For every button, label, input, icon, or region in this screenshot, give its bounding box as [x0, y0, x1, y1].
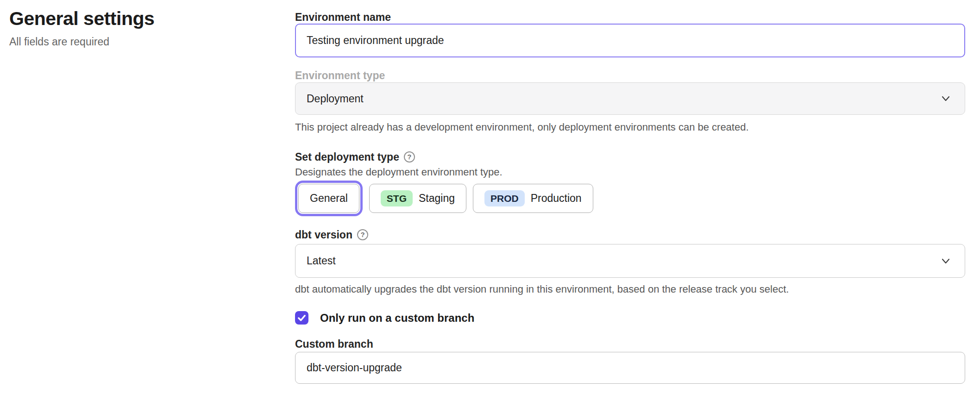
environment-type-select: Deployment [295, 82, 965, 115]
dbt-version-helper: dbt automatically upgrades the dbt versi… [295, 283, 789, 295]
deployment-type-label: Set deployment type [295, 151, 399, 163]
dbt-version-value: Latest [307, 255, 336, 267]
page-subtitle: All fields are required [9, 35, 269, 48]
chevron-down-icon [941, 94, 951, 104]
staging-badge: STG [381, 190, 413, 206]
production-badge: PROD [484, 190, 525, 206]
custom-branch-checkbox[interactable] [295, 311, 308, 325]
dbt-version-select[interactable]: Latest [295, 244, 965, 278]
custom-branch-label: Custom branch [295, 338, 373, 350]
dbt-version-label: dbt version [295, 229, 352, 241]
page-title: General settings [9, 7, 269, 30]
environment-settings-form: Environment name Environment type Deploy… [295, 0, 965, 400]
deployment-type-options: General STG Staging PROD Production [295, 184, 593, 213]
deployment-type-option-general[interactable]: General [298, 184, 359, 213]
settings-header: General settings All fields are required [9, 7, 269, 48]
custom-branch-toggle-row[interactable]: Only run on a custom branch [295, 311, 474, 325]
environment-name-label: Environment name [295, 11, 391, 23]
environment-type-helper: This project already has a development e… [295, 121, 749, 133]
staging-option-label: Staging [419, 192, 455, 205]
checkmark-icon [296, 312, 307, 323]
custom-branch-toggle-label[interactable]: Only run on a custom branch [320, 312, 474, 325]
help-icon[interactable]: ? [357, 229, 368, 240]
general-option-label: General [310, 192, 348, 205]
environment-type-label: Environment type [295, 69, 385, 81]
deployment-type-label-row: Set deployment type ? [295, 151, 415, 163]
production-option-label: Production [531, 192, 582, 205]
custom-branch-input[interactable] [295, 352, 965, 384]
deployment-type-option-staging[interactable]: STG Staging [369, 184, 466, 213]
chevron-down-icon [941, 256, 951, 266]
deployment-type-helper: Designates the deployment environment ty… [295, 166, 503, 178]
help-icon[interactable]: ? [404, 151, 415, 162]
environment-type-value: Deployment [307, 93, 364, 105]
environment-name-input[interactable] [295, 24, 965, 57]
dbt-version-label-row: dbt version ? [295, 229, 368, 241]
deployment-type-option-production[interactable]: PROD Production [473, 184, 593, 213]
